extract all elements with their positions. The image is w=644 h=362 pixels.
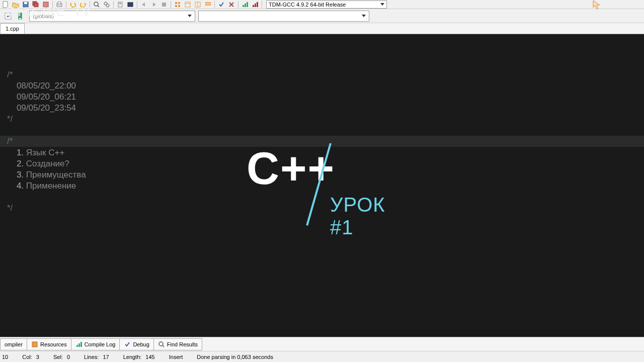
svg-point-43: [159, 342, 163, 346]
toolbar-separator: [66, 1, 66, 8]
tab-compiler[interactable]: ompiler: [0, 338, 27, 350]
window1-icon[interactable]: [183, 1, 192, 9]
toolbar-separator: [214, 1, 215, 8]
svg-rect-32: [247, 2, 248, 7]
toolbar-separator: [52, 1, 53, 8]
svg-rect-24: [205, 2, 207, 4]
svg-rect-14: [128, 3, 133, 7]
code-line: 09/05/20_06:21: [7, 92, 644, 103]
svg-rect-25: [207, 2, 209, 4]
toolbar-separator: [90, 1, 90, 8]
find-icon[interactable]: [92, 1, 101, 9]
svg-rect-42: [80, 342, 82, 347]
status-mode: Insert: [169, 354, 183, 360]
tab-label: Find Results: [167, 341, 198, 347]
code-line: /*: [7, 69, 644, 80]
svg-rect-33: [253, 5, 254, 7]
grid2-icon[interactable]: [203, 1, 212, 9]
svg-rect-0: [3, 2, 8, 8]
check-icon: [124, 341, 131, 348]
svg-rect-12: [118, 2, 122, 7]
open-file-icon[interactable]: [11, 1, 20, 9]
svg-rect-18: [175, 5, 177, 7]
toolbar-separator: [262, 1, 262, 8]
svg-rect-31: [245, 4, 246, 7]
svg-rect-15: [162, 3, 166, 7]
svg-rect-19: [178, 5, 180, 7]
tab-label: ompiler: [5, 341, 23, 347]
status-row: 10: [2, 354, 8, 360]
debug-forward-icon[interactable]: [149, 1, 158, 9]
undo-icon[interactable]: [68, 1, 77, 9]
code-line: 2. Создание?: [7, 158, 644, 169]
file-tab-label: 1.cpp: [6, 26, 19, 32]
close-icon[interactable]: [41, 1, 50, 9]
secondary-toolbar: (globals): [0, 9, 644, 23]
toolbar-separator: [238, 1, 238, 8]
svg-rect-16: [175, 2, 177, 4]
svg-rect-35: [257, 2, 258, 7]
code-editor[interactable]: /* 08/05/20_22:00 09/05/20_06:21 09/05/2…: [0, 34, 644, 337]
print-icon[interactable]: [55, 1, 64, 9]
svg-rect-34: [255, 4, 256, 7]
svg-rect-41: [78, 343, 80, 347]
svg-rect-20: [185, 2, 190, 7]
profile-icon[interactable]: [240, 1, 250, 9]
svg-rect-4: [34, 3, 38, 7]
bookmark-icon[interactable]: [16, 11, 26, 21]
compiler-select[interactable]: TDM-GCC 4.9.2 64-bit Release: [266, 1, 387, 9]
code-line: 08/05/20_22:00: [7, 80, 644, 92]
svg-rect-29: [209, 4, 211, 6]
code-line: 1. Язык С++: [7, 147, 644, 158]
tab-compile-log[interactable]: Compile Log: [71, 338, 120, 350]
status-lines: Lines:17: [84, 354, 109, 360]
svg-line-44: [163, 345, 164, 347]
check-icon[interactable]: [217, 1, 226, 9]
svg-rect-30: [243, 5, 244, 7]
function-combo[interactable]: [198, 11, 369, 22]
svg-rect-40: [76, 345, 78, 347]
compile-icon[interactable]: [116, 1, 125, 9]
file-tab[interactable]: 1.cpp: [0, 23, 25, 34]
tab-label: Debug: [133, 341, 149, 347]
svg-rect-13: [119, 3, 121, 4]
run-icon[interactable]: [126, 1, 135, 9]
tab-resources[interactable]: Resources: [27, 338, 71, 350]
window2-icon[interactable]: [193, 1, 202, 9]
chevron-down-icon: [188, 15, 192, 17]
bottom-panel-tabs: ompiler Resources Compile Log Debug Find…: [0, 337, 644, 351]
tab-find-results[interactable]: Find Results: [153, 338, 202, 350]
compiler-label: TDM-GCC 4.9.2 64-bit Release: [269, 2, 346, 8]
main-toolbar: TDM-GCC 4.9.2 64-bit Release: [0, 0, 644, 9]
chevron-down-icon: [362, 15, 366, 17]
svg-rect-39: [32, 342, 37, 347]
redo-icon[interactable]: [78, 1, 88, 9]
cancel-icon[interactable]: [227, 1, 236, 9]
code-line-current: /*: [0, 136, 644, 147]
status-col: Col:3: [22, 354, 39, 360]
new-file-icon[interactable]: [1, 1, 10, 9]
code-line: */: [7, 203, 644, 214]
replace-icon[interactable]: [102, 1, 111, 9]
svg-rect-5: [43, 2, 48, 7]
status-message: Done parsing in 0,063 seconds: [197, 354, 273, 360]
debug-stop-icon[interactable]: [159, 1, 169, 9]
chart-icon: [75, 341, 83, 348]
status-length: Length:145: [123, 354, 155, 360]
debug-back-icon[interactable]: [139, 1, 148, 9]
profile-del-icon[interactable]: [251, 1, 260, 9]
toolbar-separator: [137, 1, 137, 8]
save-icon[interactable]: [21, 1, 30, 9]
svg-rect-17: [178, 2, 180, 4]
tab-debug[interactable]: Debug: [119, 338, 153, 350]
code-line: 3. Преимущества: [7, 169, 644, 180]
svg-rect-26: [209, 2, 211, 4]
svg-rect-27: [205, 4, 207, 6]
svg-line-9: [98, 6, 99, 7]
save-all-icon[interactable]: [31, 1, 40, 9]
scope-combo[interactable]: (globals): [29, 11, 195, 22]
code-line: */: [7, 114, 644, 125]
grid1-icon[interactable]: [173, 1, 182, 9]
goto-icon[interactable]: [3, 11, 13, 21]
svg-point-8: [94, 2, 98, 6]
